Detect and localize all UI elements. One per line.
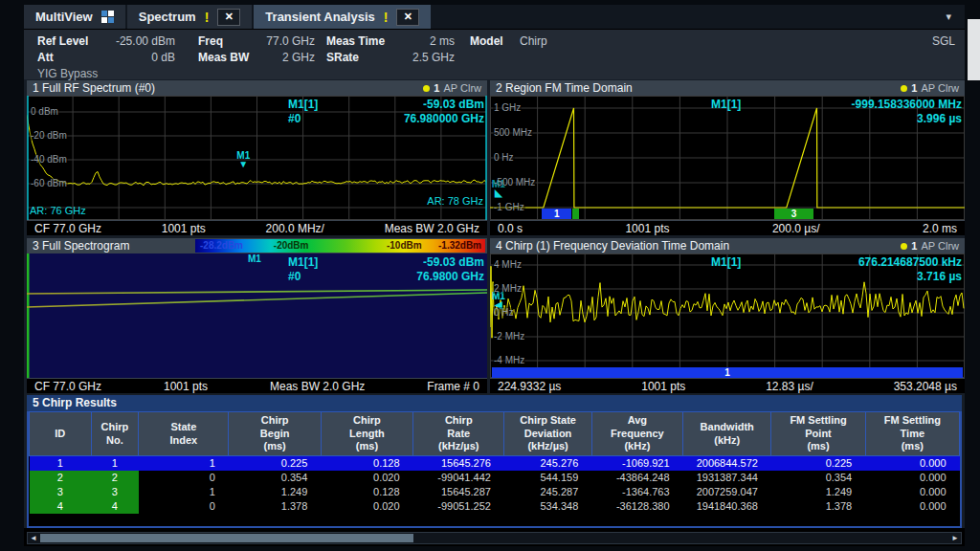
marker-readout: M1[1]-999.158336000 MHz3.996 µs xyxy=(711,97,962,125)
table-row[interactable]: 1110.2250.12815645.276245.276-1069.92120… xyxy=(30,456,960,471)
table-row[interactable]: 4401.3780.020-99051.252534.348-36128.380… xyxy=(30,499,960,514)
chirp-region-bar: 3 xyxy=(774,209,814,219)
results-title[interactable]: 5 Chirp Results xyxy=(27,395,962,411)
table-cell: -1069.921 xyxy=(591,456,682,471)
srate-value[interactable]: 2.5 GHz xyxy=(397,51,455,64)
trace-number: 1 xyxy=(434,82,439,94)
right-bezel xyxy=(968,19,980,80)
table-cell: 0.020 xyxy=(321,499,412,514)
table-cell: -36128.380 xyxy=(591,499,682,514)
chirp-region-bar: 1 xyxy=(542,209,571,219)
table-cell: 1.378 xyxy=(771,499,865,514)
panel-full-rf-spectrum[interactable]: 1 Full RF Spectrum (#0) 1AP Clrw M1[1]-5… xyxy=(27,80,487,235)
panel-region-fm-time-domain[interactable]: 2 Region FM Time Domain 1AP Clrw M1[1]-9… xyxy=(490,80,965,235)
instrument-screen: MultiView Spectrum ! ✕ Transient Analysi… xyxy=(0,0,980,551)
panel-footer: CF 77.0 GHz1001 pts200.0 MHz/Meas BW 2.0… xyxy=(27,220,487,235)
footer-item: CF 77.0 GHz xyxy=(34,222,101,235)
scroll-right-icon[interactable]: ► xyxy=(951,534,959,543)
freq-value[interactable]: 77.0 GHz xyxy=(257,34,315,48)
m1-marker[interactable]: M1 xyxy=(248,254,261,263)
table-row[interactable]: 2200.3540.020-99041.442544.159-43864.248… xyxy=(30,471,960,485)
table-row[interactable]: 3311.2490.12815645.287245.287-1364.76320… xyxy=(30,485,960,499)
chart-area[interactable]: M1[1]676.214687500 kHz3.716 µs M1◀ 4 MHz… xyxy=(490,253,965,378)
panel-full-spectrogram[interactable]: 3 Full Spectrogram -28.2dBm -20dBm -10dB… xyxy=(27,238,487,393)
table-column-header[interactable]: ChirpNo. xyxy=(91,412,139,456)
chart-area[interactable]: M1[1]-999.158336000 MHz3.996 µs M1◣ 1 GH… xyxy=(490,96,965,220)
table-cell: 1.249 xyxy=(771,485,865,499)
y-axis-tick-label: -60 dBm xyxy=(30,178,68,188)
tab-transient-analysis[interactable]: Transient Analysis ! ✕ xyxy=(254,5,431,29)
trace-color-dot xyxy=(901,243,907,250)
table-cell: 4 xyxy=(91,499,139,514)
chirp-results-window[interactable]: 5 Chirp Results IDChirpNo.StateIndexChir… xyxy=(27,395,962,528)
table-column-header[interactable]: FM SettlingPoint(ms) xyxy=(771,412,865,456)
y-axis-tick-label: 4 MHz xyxy=(493,259,523,270)
chart-area[interactable]: M1[1]-59.03 dBm#076.980000 GHz AR: 76 GH… xyxy=(27,96,487,220)
panel-chirp-frequency-deviation[interactable]: 4 Chirp (1) Frequency Deviation Time Dom… xyxy=(490,238,965,393)
chirp-region-bar xyxy=(572,209,579,219)
footer-item: Meas BW 2.0 GHz xyxy=(270,380,365,393)
m1-marker[interactable]: M1▼ xyxy=(236,151,250,168)
table-cell: 0.128 xyxy=(321,456,412,471)
meas-time-label[interactable]: Meas Time xyxy=(326,34,397,48)
meas-bw-label[interactable]: Meas BW xyxy=(198,51,257,64)
close-icon[interactable]: ✕ xyxy=(217,9,240,26)
settings-bar: Ref Level -25.00 dBm Freq 77.0 GHz Meas … xyxy=(24,30,965,79)
y-axis-tick-label: 0 dBm xyxy=(30,106,59,117)
meas-time-value[interactable]: 2 ms xyxy=(397,34,455,48)
panel-header[interactable]: 4 Chirp (1) Frequency Deviation Time Dom… xyxy=(490,238,965,253)
att-label[interactable]: Att xyxy=(37,51,114,64)
table-column-header[interactable]: ChirpLength(ms) xyxy=(321,412,412,456)
footer-item: 0.0 s xyxy=(498,222,523,235)
footer-item: 224.9332 µs xyxy=(498,380,561,393)
meas-bw-value[interactable]: 2 GHz xyxy=(257,51,315,64)
table-column-header[interactable]: AvgFrequency(kHz) xyxy=(591,412,682,456)
table-column-header[interactable]: ID xyxy=(30,412,92,456)
table-cell: 1941840.368 xyxy=(683,499,771,514)
marker-readout-row: M1[1]-59.03 dBm xyxy=(288,97,484,111)
table-column-header[interactable]: StateIndex xyxy=(139,412,229,456)
table-cell: 2 xyxy=(30,471,92,485)
marker-readout-row: #076.980000 GHz xyxy=(288,111,484,125)
footer-item: Frame # 0 xyxy=(427,380,479,393)
srate-label[interactable]: SRate xyxy=(326,51,397,64)
chevron-down-icon[interactable]: ▾ xyxy=(946,11,951,23)
settings-row-2: Att 0 dB Meas BW 2 GHz SRate 2.5 GHz xyxy=(37,50,955,65)
panel-header[interactable]: 3 Full Spectrogram -28.2dBm -20dBm -10dB… xyxy=(27,238,487,253)
y-axis-tick-label: -500 MHz xyxy=(493,177,536,187)
close-icon[interactable]: ✕ xyxy=(396,9,419,26)
scrollbar-thumb[interactable] xyxy=(40,534,413,542)
table-cell: 245.287 xyxy=(504,485,591,499)
model-value[interactable]: Chirp xyxy=(520,34,547,48)
table-cell: 0 xyxy=(139,499,229,514)
table-cell: 1 xyxy=(139,456,229,471)
att-value[interactable]: 0 dB xyxy=(114,51,175,64)
scroll-left-icon[interactable]: ◄ xyxy=(30,534,37,543)
footer-item: 200.0 µs/ xyxy=(772,222,820,235)
table-cell: -99051.252 xyxy=(413,499,504,514)
tab-spectrum[interactable]: Spectrum ! ✕ xyxy=(127,5,253,29)
spectrogram-area[interactable]: M1[1]-59.03 dBm#076.9800 GHz M1 xyxy=(27,253,487,378)
panel-header[interactable]: 1 Full RF Spectrum (#0) 1AP Clrw xyxy=(27,80,487,96)
panel-header[interactable]: 2 Region FM Time Domain 1AP Clrw xyxy=(490,80,965,96)
ref-level-label[interactable]: Ref Level xyxy=(37,34,114,48)
table-cell: 2007259.047 xyxy=(683,485,771,499)
marker-readout-row: M1[1]-59.03 dBm xyxy=(288,254,484,269)
warning-icon: ! xyxy=(384,10,389,25)
table-column-header[interactable]: ChirpRate(kHz/µs) xyxy=(413,412,504,456)
panel-footer: 224.9332 µs1001 pts12.83 µs/353.2048 µs xyxy=(490,378,965,393)
table-column-header[interactable]: ChirpBegin(ms) xyxy=(229,412,321,456)
freq-label[interactable]: Freq xyxy=(198,34,257,48)
table-column-header[interactable]: FM SettlingTime(ms) xyxy=(865,412,959,456)
trace-color-dot xyxy=(423,85,430,92)
marker-readout: M1[1]-59.03 dBm#076.980000 GHz xyxy=(288,97,484,125)
ref-level-value[interactable]: -25.00 dBm xyxy=(114,34,175,48)
horizontal-scrollbar[interactable]: ◄ ► xyxy=(27,532,962,544)
model-label[interactable]: Model xyxy=(470,34,512,48)
multiview-grid-icon xyxy=(101,11,114,23)
trace-badge: 1AP Clrw xyxy=(901,240,959,252)
table-column-header[interactable]: Bandwidth(kHz) xyxy=(683,412,771,456)
table-column-header[interactable]: Chirp StateDeviation(kHz/µs) xyxy=(504,412,591,456)
color-scale-min-label: -28.2dBm xyxy=(200,240,243,251)
tab-multiview[interactable]: MultiView xyxy=(24,5,125,29)
